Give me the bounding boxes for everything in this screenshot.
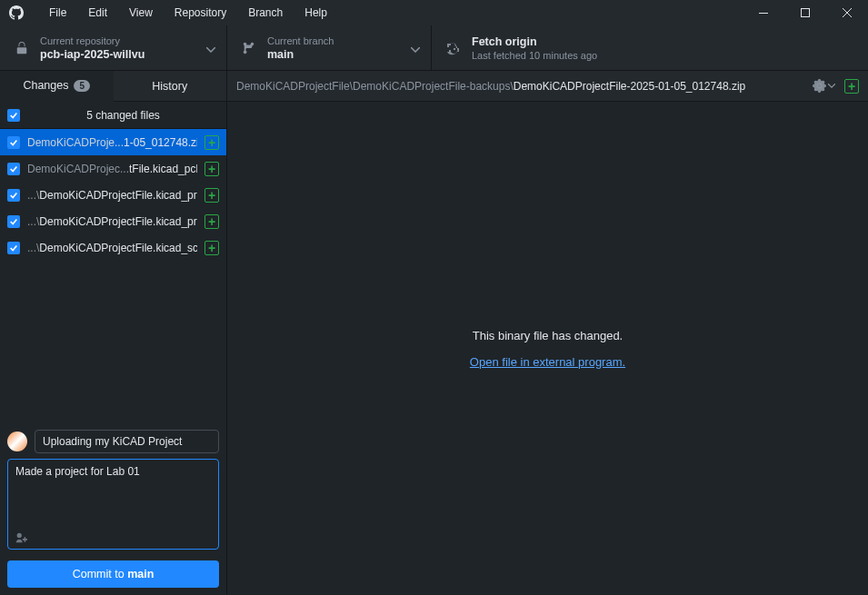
changes-count-badge: 5 [74, 80, 90, 92]
file-name-label: DemoKiCADProje...1-05_012748.zip [27, 136, 197, 149]
diff-path-prefix: DemoKiCADProjectFile\DemoKiCADProjectFil… [236, 80, 514, 93]
sidebar-tabs: Changes 5 History [0, 71, 226, 102]
file-added-icon: + [844, 79, 859, 94]
changed-file-item[interactable]: ...\DemoKiCADProjectFile.kicad_pro+ [0, 208, 226, 234]
file-added-icon: + [205, 135, 219, 150]
menu-branch[interactable]: Branch [239, 3, 292, 23]
current-repository-dropdown[interactable]: Current repository pcb-iap-2025-willvu [0, 25, 227, 70]
commit-summary-input[interactable] [35, 430, 219, 453]
changed-files-list: DemoKiCADProje...1-05_012748.zip+DemoKiC… [0, 129, 226, 421]
branch-label: Current branch [267, 35, 416, 46]
window-close-button[interactable] [826, 0, 868, 25]
svg-rect-1 [802, 9, 810, 17]
file-checkbox[interactable] [7, 136, 20, 149]
changed-file-item[interactable]: ...\DemoKiCADProjectFile.kicad_sch+ [0, 234, 226, 261]
file-name-label: DemoKiCADProjec...tFile.kicad_pcb [27, 163, 197, 175]
changed-file-item[interactable]: ...\DemoKiCADProjectFile.kicad_prl+ [0, 182, 226, 208]
chevron-down-icon [411, 40, 420, 56]
diff-file-path: DemoKiCADProjectFile\DemoKiCADProjectFil… [236, 80, 803, 93]
file-name-label: ...\DemoKiCADProjectFile.kicad_sch [27, 242, 197, 254]
tab-history[interactable]: History [114, 71, 227, 101]
file-name-label: ...\DemoKiCADProjectFile.kicad_pro [27, 215, 197, 228]
open-external-link[interactable]: Open file in external program. [470, 355, 625, 369]
menu-edit[interactable]: Edit [79, 3, 116, 23]
repo-value: pcb-iap-2025-willvu [40, 48, 212, 61]
branch-value: main [267, 48, 416, 61]
chevron-down-icon [206, 40, 215, 56]
file-name-label: ...\DemoKiCADProjectFile.kicad_prl [27, 189, 197, 202]
menu-help[interactable]: Help [295, 3, 336, 23]
window-minimize-button[interactable] [743, 0, 784, 25]
menubar: File Edit View Repository Branch Help [40, 3, 336, 23]
diff-body: This binary file has changed. Open file … [227, 102, 868, 595]
file-added-icon: + [205, 214, 219, 229]
tab-changes[interactable]: Changes 5 [0, 71, 114, 102]
add-coauthor-icon[interactable] [15, 531, 27, 548]
changes-header: 5 changed files [0, 102, 226, 129]
repo-label: Current repository [40, 35, 212, 46]
file-checkbox[interactable] [7, 215, 20, 228]
fetch-origin-button[interactable]: Fetch origin Last fetched 10 minutes ago [432, 25, 868, 70]
changed-file-item[interactable]: DemoKiCADProjec...tFile.kicad_pcb+ [0, 155, 226, 182]
diff-pane: DemoKiCADProjectFile\DemoKiCADProjectFil… [227, 71, 868, 595]
commit-button-branch: main [127, 568, 154, 580]
menu-view[interactable]: View [120, 3, 162, 23]
file-checkbox[interactable] [7, 163, 20, 175]
tab-changes-label: Changes [23, 79, 68, 92]
user-avatar [7, 431, 27, 451]
fetch-detail: Last fetched 10 minutes ago [472, 50, 853, 61]
commit-description-input[interactable] [7, 459, 219, 550]
diff-settings-button[interactable] [813, 79, 835, 93]
github-logo-icon [9, 5, 24, 20]
sync-icon [446, 41, 461, 55]
current-branch-dropdown[interactable]: Current branch main [227, 25, 432, 70]
menu-file[interactable]: File [40, 3, 75, 23]
diff-header: DemoKiCADProjectFile\DemoKiCADProjectFil… [227, 71, 868, 102]
changes-count-label: 5 changed files [27, 109, 219, 122]
titlebar: File Edit View Repository Branch Help [0, 0, 868, 25]
file-checkbox[interactable] [7, 189, 20, 202]
lock-icon [15, 41, 29, 55]
commit-button[interactable]: Commit to main [7, 560, 219, 588]
header-toolbar: Current repository pcb-iap-2025-willvu C… [0, 25, 868, 71]
binary-file-message: This binary file has changed. [473, 329, 623, 342]
commit-button-prefix: Commit to [73, 568, 127, 580]
fetch-label: Fetch origin [472, 35, 853, 48]
select-all-checkbox[interactable] [7, 109, 20, 122]
file-added-icon: + [205, 188, 219, 203]
file-added-icon: + [205, 162, 219, 176]
changed-file-item[interactable]: DemoKiCADProje...1-05_012748.zip+ [0, 129, 226, 155]
window-maximize-button[interactable] [784, 0, 826, 25]
diff-filename: DemoKiCADProjectFile-2025-01-05_012748.z… [514, 80, 745, 93]
branch-icon [242, 41, 256, 55]
file-added-icon: + [205, 241, 219, 255]
file-checkbox[interactable] [7, 242, 20, 254]
menu-repository[interactable]: Repository [165, 3, 235, 23]
tab-history-label: History [152, 80, 187, 93]
svg-rect-0 [759, 13, 768, 14]
sidebar: Changes 5 History 5 changed files DemoKi… [0, 71, 227, 595]
commit-area: Commit to main [0, 421, 226, 595]
